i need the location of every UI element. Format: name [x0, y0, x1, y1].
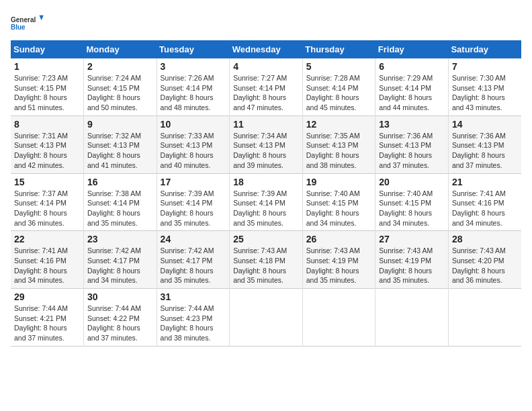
- day-info: Sunrise: 7:43 AMSunset: 4:19 PMDaylight:…: [306, 246, 360, 284]
- header-sunday: Sunday: [11, 40, 84, 58]
- day-number: 31: [161, 291, 226, 302]
- day-info: Sunrise: 7:38 AMSunset: 4:14 PMDaylight:…: [87, 189, 141, 227]
- day-info: Sunrise: 7:39 AMSunset: 4:14 PMDaylight:…: [233, 189, 287, 227]
- day-info: Sunrise: 7:28 AMSunset: 4:14 PMDaylight:…: [306, 74, 360, 111]
- header-thursday: Thursday: [302, 40, 375, 58]
- header-row: SundayMondayTuesdayWednesdayThursdayFrid…: [11, 40, 521, 58]
- calendar-cell: 26 Sunrise: 7:43 AMSunset: 4:19 PMDaylig…: [302, 231, 375, 289]
- day-info: Sunrise: 7:30 AMSunset: 4:13 PMDaylight:…: [452, 74, 506, 111]
- day-number: 15: [14, 177, 80, 187]
- calendar-body: 1 Sunrise: 7:23 AMSunset: 4:15 PMDayligh…: [11, 58, 521, 346]
- day-number: 23: [87, 234, 153, 244]
- day-info: Sunrise: 7:36 AMSunset: 4:13 PMDaylight:…: [379, 132, 433, 169]
- calendar-cell: [302, 289, 375, 347]
- calendar-cell: 23 Sunrise: 7:42 AMSunset: 4:17 PMDaylig…: [84, 231, 157, 289]
- day-number: 5: [306, 61, 372, 72]
- calendar-cell: 14 Sunrise: 7:36 AMSunset: 4:13 PMDaylig…: [448, 116, 521, 173]
- calendar-cell: 22 Sunrise: 7:41 AMSunset: 4:16 PMDaylig…: [11, 231, 84, 289]
- day-number: 9: [87, 119, 153, 130]
- calendar-cell: 20 Sunrise: 7:40 AMSunset: 4:15 PMDaylig…: [375, 173, 449, 231]
- calendar-cell: [375, 289, 449, 347]
- header-tuesday: Tuesday: [157, 40, 230, 58]
- calendar-week-row: 29 Sunrise: 7:44 AMSunset: 4:21 PMDaylig…: [11, 289, 521, 347]
- calendar-week-row: 15 Sunrise: 7:37 AMSunset: 4:14 PMDaylig…: [11, 173, 521, 231]
- day-number: 17: [161, 177, 226, 187]
- day-number: 22: [14, 234, 80, 244]
- header-monday: Monday: [84, 40, 157, 58]
- day-info: Sunrise: 7:24 AMSunset: 4:15 PMDaylight:…: [87, 74, 141, 111]
- day-number: 28: [452, 234, 518, 244]
- day-number: 13: [379, 119, 445, 130]
- calendar-cell: 18 Sunrise: 7:39 AMSunset: 4:14 PMDaylig…: [230, 173, 303, 231]
- day-number: 16: [87, 177, 153, 187]
- day-info: Sunrise: 7:42 AMSunset: 4:17 PMDaylight:…: [161, 246, 214, 284]
- calendar-cell: 19 Sunrise: 7:40 AMSunset: 4:15 PMDaylig…: [302, 173, 375, 231]
- calendar-cell: 28 Sunrise: 7:43 AMSunset: 4:20 PMDaylig…: [448, 231, 521, 289]
- day-info: Sunrise: 7:41 AMSunset: 4:16 PMDaylight:…: [14, 246, 68, 284]
- day-info: Sunrise: 7:43 AMSunset: 4:20 PMDaylight:…: [452, 246, 506, 284]
- day-number: 29: [14, 291, 80, 302]
- day-number: 26: [306, 234, 372, 244]
- calendar-table: SundayMondayTuesdayWednesdayThursdayFrid…: [11, 40, 521, 347]
- logo: General Blue: [11, 11, 44, 35]
- day-number: 18: [233, 177, 299, 187]
- calendar-cell: [448, 289, 521, 347]
- svg-marker-2: [40, 15, 44, 21]
- calendar-cell: 30 Sunrise: 7:44 AMSunset: 4:22 PMDaylig…: [84, 289, 157, 347]
- day-info: Sunrise: 7:42 AMSunset: 4:17 PMDaylight:…: [87, 246, 141, 284]
- calendar-header: SundayMondayTuesdayWednesdayThursdayFrid…: [11, 40, 521, 58]
- calendar-cell: 5 Sunrise: 7:28 AMSunset: 4:14 PMDayligh…: [302, 58, 375, 116]
- calendar-cell: 8 Sunrise: 7:31 AMSunset: 4:13 PMDayligh…: [11, 116, 84, 173]
- svg-text:General: General: [11, 16, 36, 24]
- calendar-cell: 6 Sunrise: 7:29 AMSunset: 4:14 PMDayligh…: [375, 58, 449, 116]
- day-number: 10: [161, 119, 226, 130]
- day-number: 30: [87, 291, 153, 302]
- day-info: Sunrise: 7:41 AMSunset: 4:16 PMDaylight:…: [452, 189, 506, 227]
- day-info: Sunrise: 7:27 AMSunset: 4:14 PMDaylight:…: [233, 74, 287, 111]
- calendar-cell: 10 Sunrise: 7:33 AMSunset: 4:13 PMDaylig…: [157, 116, 230, 173]
- calendar-cell: 25 Sunrise: 7:43 AMSunset: 4:18 PMDaylig…: [230, 231, 303, 289]
- day-number: 20: [379, 177, 445, 187]
- day-info: Sunrise: 7:23 AMSunset: 4:15 PMDaylight:…: [14, 74, 68, 111]
- calendar-cell: 27 Sunrise: 7:43 AMSunset: 4:19 PMDaylig…: [375, 231, 449, 289]
- calendar-cell: 11 Sunrise: 7:34 AMSunset: 4:13 PMDaylig…: [230, 116, 303, 173]
- day-number: 12: [306, 119, 372, 130]
- calendar-week-row: 8 Sunrise: 7:31 AMSunset: 4:13 PMDayligh…: [11, 116, 521, 173]
- calendar-cell: [230, 289, 303, 347]
- calendar-cell: 29 Sunrise: 7:44 AMSunset: 4:21 PMDaylig…: [11, 289, 84, 347]
- day-number: 25: [233, 234, 299, 244]
- calendar-cell: 4 Sunrise: 7:27 AMSunset: 4:14 PMDayligh…: [230, 58, 303, 116]
- logo-svg: General Blue: [11, 11, 44, 35]
- day-info: Sunrise: 7:40 AMSunset: 4:15 PMDaylight:…: [379, 189, 433, 227]
- calendar-week-row: 22 Sunrise: 7:41 AMSunset: 4:16 PMDaylig…: [11, 231, 521, 289]
- day-info: Sunrise: 7:35 AMSunset: 4:13 PMDaylight:…: [306, 132, 360, 169]
- calendar-cell: 16 Sunrise: 7:38 AMSunset: 4:14 PMDaylig…: [84, 173, 157, 231]
- day-info: Sunrise: 7:39 AMSunset: 4:14 PMDaylight:…: [161, 189, 214, 227]
- header-wednesday: Wednesday: [230, 40, 303, 58]
- day-info: Sunrise: 7:31 AMSunset: 4:13 PMDaylight:…: [14, 132, 68, 169]
- day-info: Sunrise: 7:33 AMSunset: 4:13 PMDaylight:…: [161, 132, 214, 169]
- calendar-cell: 1 Sunrise: 7:23 AMSunset: 4:15 PMDayligh…: [11, 58, 84, 116]
- calendar-cell: 21 Sunrise: 7:41 AMSunset: 4:16 PMDaylig…: [448, 173, 521, 231]
- day-number: 7: [452, 61, 518, 72]
- day-number: 8: [14, 119, 80, 130]
- day-number: 24: [161, 234, 226, 244]
- day-info: Sunrise: 7:43 AMSunset: 4:18 PMDaylight:…: [233, 246, 287, 284]
- day-info: Sunrise: 7:36 AMSunset: 4:13 PMDaylight:…: [452, 132, 506, 169]
- day-info: Sunrise: 7:40 AMSunset: 4:15 PMDaylight:…: [306, 189, 360, 227]
- day-number: 21: [452, 177, 518, 187]
- day-info: Sunrise: 7:44 AMSunset: 4:23 PMDaylight:…: [161, 304, 214, 342]
- day-info: Sunrise: 7:44 AMSunset: 4:22 PMDaylight:…: [87, 304, 141, 342]
- svg-text:Blue: Blue: [11, 24, 26, 31]
- calendar-cell: 17 Sunrise: 7:39 AMSunset: 4:14 PMDaylig…: [157, 173, 230, 231]
- day-number: 14: [452, 119, 518, 130]
- calendar-cell: 3 Sunrise: 7:26 AMSunset: 4:14 PMDayligh…: [157, 58, 230, 116]
- header-friday: Friday: [375, 40, 449, 58]
- day-info: Sunrise: 7:32 AMSunset: 4:13 PMDaylight:…: [87, 132, 141, 169]
- calendar-cell: 9 Sunrise: 7:32 AMSunset: 4:13 PMDayligh…: [84, 116, 157, 173]
- calendar-week-row: 1 Sunrise: 7:23 AMSunset: 4:15 PMDayligh…: [11, 58, 521, 116]
- calendar-cell: 15 Sunrise: 7:37 AMSunset: 4:14 PMDaylig…: [11, 173, 84, 231]
- calendar-cell: 12 Sunrise: 7:35 AMSunset: 4:13 PMDaylig…: [302, 116, 375, 173]
- calendar-cell: 13 Sunrise: 7:36 AMSunset: 4:13 PMDaylig…: [375, 116, 449, 173]
- day-info: Sunrise: 7:37 AMSunset: 4:14 PMDaylight:…: [14, 189, 68, 227]
